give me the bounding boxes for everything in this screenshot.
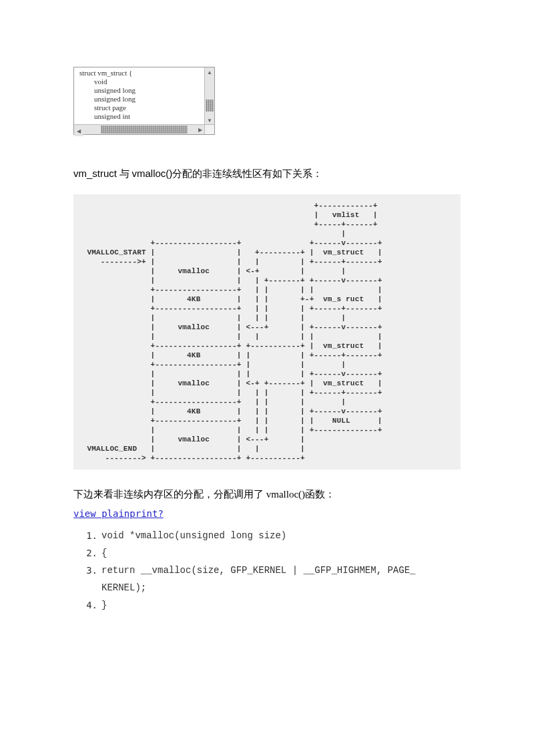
ascii-diagram: +------------+ | vmlist | +-----+------+	[73, 201, 461, 463]
code-line-3: 3. return __vmalloc(size, GFP_KERNEL | _…	[80, 562, 467, 579]
line-number: 4.	[80, 596, 101, 614]
horizontal-scrollbar[interactable]: ◀ ▶	[74, 124, 205, 134]
vertical-scrollbar[interactable]: ▲ ▼	[204, 67, 214, 125]
code-line: void	[79, 77, 107, 85]
code-line: unsigned int	[79, 112, 130, 120]
scroll-left-icon[interactable]: ◀	[74, 127, 83, 136]
view-plain-link[interactable]: view plainprint?	[73, 508, 164, 519]
text: 函数：	[305, 489, 335, 500]
paragraph-2: 下边来看非连续内存区的分配，分配调用了 vmalloc()函数：	[73, 486, 467, 503]
line-number: 2.	[80, 544, 101, 562]
code-line: struct page	[79, 104, 126, 112]
code-line: struct vm_struct {	[79, 69, 132, 77]
code-line: unsigned long	[79, 95, 136, 103]
code-text: {	[101, 544, 467, 562]
paragraph-1: vm_struct 与 vmalloc()分配的非连续线性区有如下关系：	[73, 165, 467, 182]
scroll-up-icon[interactable]: ▲	[205, 67, 214, 77]
struct-code-snippet: struct vm_struct { void unsigned long un…	[74, 67, 205, 125]
code-text: KERNEL);	[101, 579, 467, 596]
vscroll-thumb[interactable]	[206, 100, 214, 112]
line-number: 3.	[80, 562, 101, 579]
code-text: return __vmalloc(size, GFP_KERNEL | __GF…	[101, 562, 467, 579]
code-line-3-cont: KERNEL);	[80, 579, 467, 596]
page-root: struct vm_struct { void unsigned long un…	[0, 0, 534, 654]
ascii-diagram-container: +------------+ | vmlist | +-----+------+	[73, 194, 461, 469]
line-number	[80, 579, 101, 596]
code-listing: 1. void *vmalloc(unsigned long size) 2. …	[80, 527, 467, 614]
scroll-down-icon[interactable]: ▼	[205, 116, 214, 125]
code-text: }	[101, 596, 467, 614]
code-scroll-box: struct vm_struct { void unsigned long un…	[73, 67, 215, 135]
text: 下边来看非连续内存区的分配，分配调用了	[73, 489, 266, 500]
code-line-2: 2. {	[80, 544, 467, 562]
text: 分配的非连续线性区有如下关系：	[172, 168, 322, 179]
line-number: 1.	[80, 527, 101, 544]
scrollbar-corner	[204, 124, 214, 134]
hscroll-thumb[interactable]	[101, 126, 188, 134]
term-vm-struct: vm_struct	[73, 168, 117, 179]
scroll-right-icon[interactable]: ▶	[196, 125, 205, 134]
term-vmalloc: vmalloc()	[132, 168, 173, 179]
code-line-4: 4. }	[80, 596, 467, 614]
text: 与	[117, 168, 132, 179]
code-line: unsigned long	[79, 86, 136, 94]
code-text: void *vmalloc(unsigned long size)	[101, 527, 467, 544]
view-plain-link-row: view plainprint?	[73, 508, 467, 519]
term-vmalloc: vmalloc()	[266, 489, 305, 500]
code-line-1: 1. void *vmalloc(unsigned long size)	[80, 527, 467, 544]
